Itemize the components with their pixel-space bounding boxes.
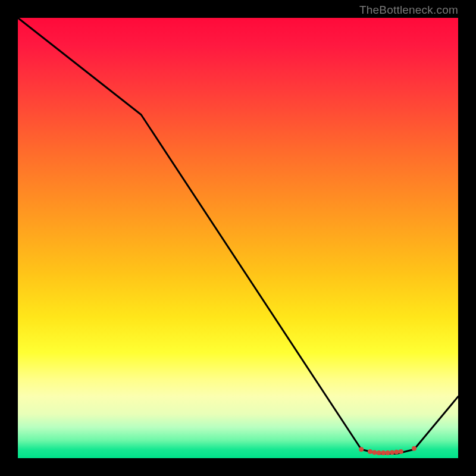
valley-marker (359, 447, 364, 452)
chart-svg (18, 18, 458, 458)
valley-marker (386, 450, 390, 455)
valley-marker (372, 450, 377, 455)
bottleneck-curve (18, 18, 458, 454)
valley-marker (412, 446, 416, 451)
valley-marker (399, 449, 403, 454)
watermark-text: TheBottleneck.com (359, 4, 458, 17)
line-series (18, 18, 458, 454)
valley-marker (381, 450, 386, 455)
chart-frame: TheBottleneck.com (0, 0, 476, 476)
valley-marker (368, 449, 372, 454)
valley-marker (394, 450, 399, 455)
valley-marker (390, 450, 394, 455)
valley-marker (377, 450, 381, 455)
